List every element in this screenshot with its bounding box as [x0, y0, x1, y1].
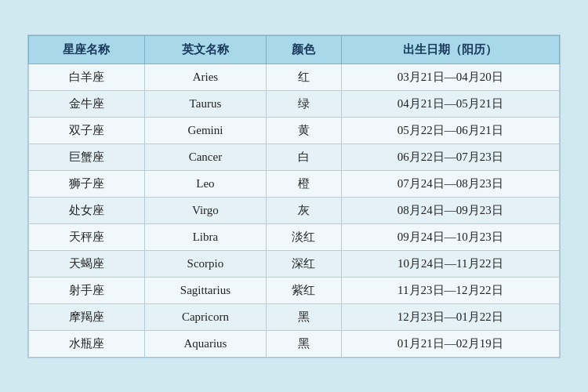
header-birth-date: 出生日期（阳历）: [341, 35, 559, 64]
table-row: 处女座Virgo灰08月24日—09月23日: [29, 197, 560, 223]
table-row: 白羊座Aries红03月21日—04月20日: [29, 64, 560, 90]
cell-dates: 11月23日—12月22日: [341, 277, 559, 303]
cell-chinese-name: 天蝎座: [29, 250, 145, 277]
cell-chinese-name: 巨蟹座: [29, 143, 145, 170]
table-row: 狮子座Leo橙07月24日—08月23日: [29, 170, 560, 197]
table-body: 白羊座Aries红03月21日—04月20日金牛座Taurus绿04月21日—0…: [29, 64, 560, 357]
cell-dates: 12月23日—01月22日: [341, 303, 559, 330]
cell-chinese-name: 处女座: [29, 197, 145, 223]
cell-chinese-name: 天秤座: [29, 223, 145, 250]
cell-english-name: Virgo: [144, 197, 266, 223]
cell-color: 白: [266, 143, 341, 170]
cell-english-name: Scorpio: [144, 250, 266, 277]
cell-dates: 03月21日—04月20日: [341, 64, 559, 90]
cell-color: 黑: [266, 330, 341, 357]
zodiac-table: 星座名称 英文名称 颜色 出生日期（阳历） 白羊座Aries红03月21日—04…: [28, 35, 560, 358]
cell-color: 紫红: [266, 277, 341, 303]
cell-dates: 05月22日—06月21日: [341, 117, 559, 143]
cell-color: 灰: [266, 197, 341, 223]
cell-english-name: Aquarius: [144, 330, 266, 357]
cell-dates: 09月24日—10月23日: [341, 223, 559, 250]
cell-chinese-name: 水瓶座: [29, 330, 145, 357]
cell-dates: 07月24日—08月23日: [341, 170, 559, 197]
cell-color: 淡红: [266, 223, 341, 250]
cell-english-name: Aries: [144, 64, 266, 90]
cell-chinese-name: 狮子座: [29, 170, 145, 197]
cell-english-name: Sagittarius: [144, 277, 266, 303]
table-row: 天秤座Libra淡红09月24日—10月23日: [29, 223, 560, 250]
cell-english-name: Gemini: [144, 117, 266, 143]
cell-color: 深红: [266, 250, 341, 277]
header-english-name: 英文名称: [144, 35, 266, 64]
table-row: 天蝎座Scorpio深红10月24日—11月22日: [29, 250, 560, 277]
cell-english-name: Libra: [144, 223, 266, 250]
cell-english-name: Capricorn: [144, 303, 266, 330]
cell-english-name: Leo: [144, 170, 266, 197]
cell-chinese-name: 白羊座: [29, 64, 145, 90]
header-chinese-name: 星座名称: [29, 35, 145, 64]
cell-color: 黑: [266, 303, 341, 330]
cell-chinese-name: 射手座: [29, 277, 145, 303]
cell-color: 绿: [266, 90, 341, 117]
cell-chinese-name: 摩羯座: [29, 303, 145, 330]
cell-dates: 04月21日—05月21日: [341, 90, 559, 117]
cell-color: 黄: [266, 117, 341, 143]
table-row: 水瓶座Aquarius黑01月21日—02月19日: [29, 330, 560, 357]
cell-dates: 08月24日—09月23日: [341, 197, 559, 223]
cell-dates: 01月21日—02月19日: [341, 330, 559, 357]
cell-chinese-name: 金牛座: [29, 90, 145, 117]
table-row: 双子座Gemini黄05月22日—06月21日: [29, 117, 560, 143]
table-row: 摩羯座Capricorn黑12月23日—01月22日: [29, 303, 560, 330]
cell-dates: 06月22日—07月23日: [341, 143, 559, 170]
cell-chinese-name: 双子座: [29, 117, 145, 143]
cell-dates: 10月24日—11月22日: [341, 250, 559, 277]
cell-english-name: Cancer: [144, 143, 266, 170]
table-row: 巨蟹座Cancer白06月22日—07月23日: [29, 143, 560, 170]
cell-color: 红: [266, 64, 341, 90]
cell-color: 橙: [266, 170, 341, 197]
table-row: 射手座Sagittarius紫红11月23日—12月22日: [29, 277, 560, 303]
zodiac-table-container: 星座名称 英文名称 颜色 出生日期（阳历） 白羊座Aries红03月21日—04…: [27, 34, 561, 358]
cell-english-name: Taurus: [144, 90, 266, 117]
table-header-row: 星座名称 英文名称 颜色 出生日期（阳历）: [29, 35, 560, 64]
table-row: 金牛座Taurus绿04月21日—05月21日: [29, 90, 560, 117]
header-color: 颜色: [266, 35, 341, 64]
